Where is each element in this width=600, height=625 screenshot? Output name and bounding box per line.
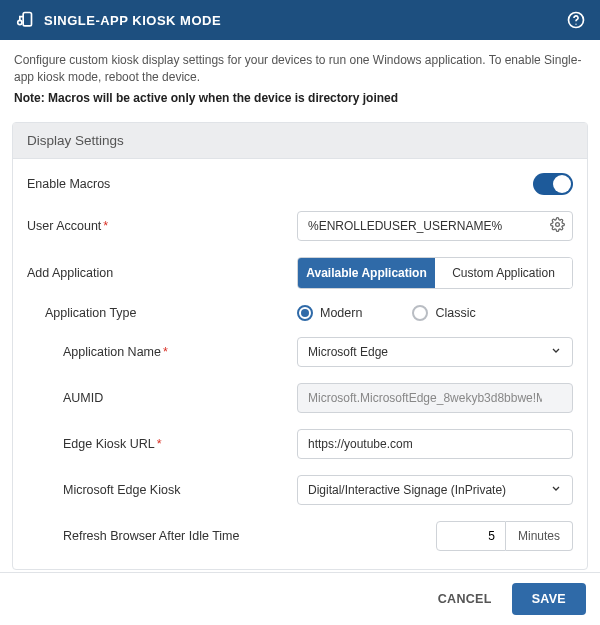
- gear-icon[interactable]: [550, 217, 565, 235]
- svg-point-4: [556, 223, 560, 227]
- save-button[interactable]: SAVE: [512, 583, 586, 615]
- input-kiosk-url[interactable]: [297, 429, 573, 459]
- panel-title: Display Settings: [13, 123, 587, 159]
- description-block: Configure custom kiosk display settings …: [0, 40, 600, 116]
- label-application-name: Application Name*: [27, 345, 297, 359]
- required-asterisk: *: [163, 345, 168, 359]
- radio-icon: [297, 305, 313, 321]
- row-edge-kiosk: Microsoft Edge Kiosk Digital/Interactive…: [27, 475, 573, 505]
- svg-point-3: [575, 24, 576, 25]
- select-edge-kiosk[interactable]: Digital/Interactive Signage (InPrivate): [297, 475, 573, 505]
- help-icon[interactable]: [566, 10, 586, 30]
- description-note: Note: Macros will be active only when th…: [14, 90, 586, 107]
- application-source-tabs: Available Application Custom Application: [297, 257, 573, 289]
- radio-modern[interactable]: Modern: [297, 305, 362, 321]
- panel-body: Enable Macros User Account*: [13, 159, 587, 569]
- label-application-type: Application Type: [27, 306, 297, 320]
- label-enable-macros: Enable Macros: [27, 177, 297, 191]
- dialog-title: SINGLE-APP KIOSK MODE: [44, 13, 221, 28]
- input-user-account[interactable]: [297, 211, 573, 241]
- radio-group-app-type: Modern Classic: [297, 305, 573, 321]
- row-aumid: AUMID: [27, 383, 573, 413]
- label-edge-kiosk: Microsoft Edge Kiosk: [27, 483, 297, 497]
- row-enable-macros: Enable Macros: [27, 173, 573, 195]
- row-user-account: User Account*: [27, 211, 573, 241]
- dialog-header: SINGLE-APP KIOSK MODE: [0, 0, 600, 40]
- required-asterisk: *: [103, 219, 108, 233]
- row-refresh: Refresh Browser After Idle Time Minutes: [27, 521, 573, 551]
- input-aumid: [297, 383, 573, 413]
- tab-custom-application[interactable]: Custom Application: [435, 258, 572, 288]
- dialog-footer: CANCEL SAVE: [0, 572, 600, 625]
- label-kiosk-url: Edge Kiosk URL*: [27, 437, 297, 451]
- cancel-button[interactable]: CANCEL: [432, 584, 498, 614]
- svg-rect-0: [23, 13, 31, 26]
- required-asterisk: *: [157, 437, 162, 451]
- radio-icon: [412, 305, 428, 321]
- tab-available-application[interactable]: Available Application: [298, 258, 435, 288]
- row-add-application: Add Application Available Application Cu…: [27, 257, 573, 289]
- select-application-name[interactable]: Microsoft Edge: [297, 337, 573, 367]
- chevron-down-icon: [550, 345, 562, 360]
- label-aumid: AUMID: [27, 391, 297, 405]
- row-application-type: Application Type Modern Classic: [27, 305, 573, 321]
- radio-classic[interactable]: Classic: [412, 305, 475, 321]
- chevron-down-icon: [550, 483, 562, 498]
- label-add-application: Add Application: [27, 266, 297, 280]
- label-user-account: User Account*: [27, 219, 297, 233]
- kiosk-icon: [14, 10, 34, 30]
- row-kiosk-url: Edge Kiosk URL*: [27, 429, 573, 459]
- input-refresh-value[interactable]: [436, 521, 506, 551]
- refresh-unit: Minutes: [506, 521, 573, 551]
- label-refresh: Refresh Browser After Idle Time: [27, 529, 297, 543]
- toggle-enable-macros[interactable]: [533, 173, 573, 195]
- display-settings-panel: Display Settings Enable Macros User Acco…: [12, 122, 588, 570]
- row-application-name: Application Name* Microsoft Edge: [27, 337, 573, 367]
- description-text: Configure custom kiosk display settings …: [14, 53, 581, 84]
- header-left: SINGLE-APP KIOSK MODE: [14, 10, 221, 30]
